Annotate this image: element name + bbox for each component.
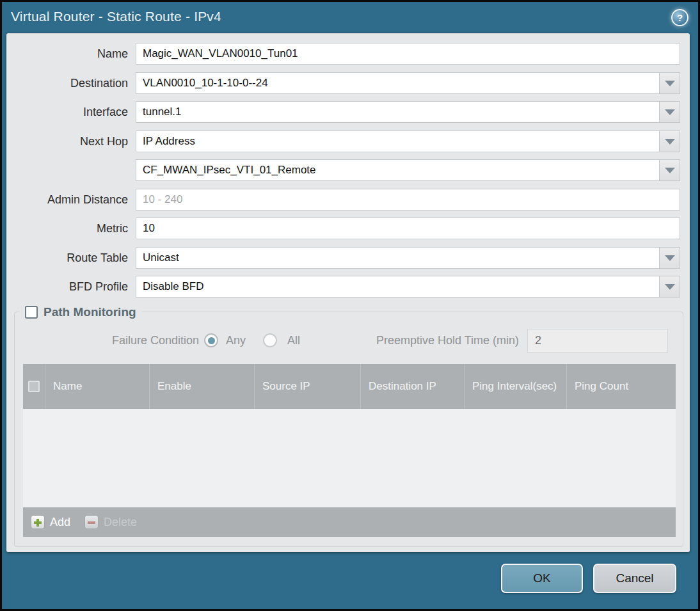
failure-condition-all-radio[interactable] — [263, 333, 277, 347]
select-all-checkbox[interactable] — [28, 381, 40, 392]
name-label: Name — [6, 43, 128, 65]
table-footer-bar: Add Delete — [23, 507, 676, 537]
next-hop-label: Next Hop — [6, 131, 128, 152]
path-monitoring-section: Path Monitoring Failure Condition Any Al… — [14, 312, 683, 547]
ok-button[interactable]: OK — [501, 564, 583, 593]
admin-distance-input[interactable] — [136, 189, 680, 210]
route-table-label: Route Table — [6, 247, 128, 269]
column-header-ping-count[interactable]: Ping Count — [567, 364, 676, 409]
admin-distance-label: Admin Distance — [6, 189, 128, 210]
destination-label: Destination — [6, 72, 128, 94]
interface-label: Interface — [6, 101, 128, 123]
bfd-profile-dropdown-button[interactable] — [660, 276, 680, 298]
form-row-name: Name — [6, 43, 690, 65]
hold-time-input[interactable] — [527, 329, 668, 353]
column-header-enable[interactable]: Enable — [150, 364, 255, 409]
chevron-down-icon — [665, 255, 675, 261]
column-header-name[interactable]: Name — [45, 364, 150, 409]
next-hop-type-input[interactable] — [136, 131, 660, 152]
help-icon[interactable]: ? — [671, 9, 688, 26]
form-row-route-table: Route Table — [6, 247, 690, 269]
column-header-ping-interval[interactable]: Ping Interval(sec) — [465, 364, 567, 409]
form-row-next-hop: Next Hop — [6, 131, 690, 152]
route-table-input[interactable] — [136, 247, 660, 269]
destination-dropdown-button[interactable] — [660, 72, 680, 94]
chevron-down-icon — [665, 81, 675, 86]
metric-input[interactable] — [136, 218, 680, 239]
delete-minus-icon — [84, 515, 99, 529]
form-row-bfd-profile: BFD Profile — [6, 276, 690, 298]
table-body-empty — [23, 409, 676, 507]
form-row-destination: Destination — [6, 72, 690, 94]
column-header-source-ip[interactable]: Source IP — [255, 364, 361, 409]
chevron-down-icon — [665, 168, 675, 173]
path-monitoring-table: Name Enable Source IP Destination IP Pin… — [23, 364, 676, 537]
form-row-metric: Metric — [6, 218, 690, 239]
failure-condition-label: Failure Condition — [15, 329, 199, 353]
select-all-cell — [23, 364, 45, 409]
name-input[interactable] — [136, 43, 680, 65]
failure-condition-all-label: All — [287, 329, 300, 353]
column-header-destination-ip[interactable]: Destination IP — [361, 364, 465, 409]
dialog-title: Virtual Router - Static Route - IPv4 — [11, 9, 221, 24]
table-header-row: Name Enable Source IP Destination IP Pin… — [23, 364, 676, 409]
path-monitoring-title: Path Monitoring — [44, 305, 136, 319]
next-hop-address-input[interactable] — [136, 159, 660, 181]
delete-button-label: Delete — [104, 516, 137, 529]
chevron-down-icon — [665, 139, 675, 145]
next-hop-type-dropdown-button[interactable] — [660, 131, 680, 152]
bfd-profile-input[interactable] — [136, 276, 660, 298]
hold-time-label: Preemptive Hold Time (min) — [365, 329, 519, 353]
metric-label: Metric — [6, 218, 128, 239]
form-row-interface: Interface — [6, 101, 690, 123]
add-plus-icon — [31, 515, 45, 529]
form-row-admin-distance: Admin Distance — [6, 189, 690, 210]
path-monitoring-legend: Path Monitoring — [20, 303, 141, 321]
interface-dropdown-button[interactable] — [660, 101, 680, 123]
static-route-dialog: Virtual Router - Static Route - IPv4 ? N… — [0, 0, 700, 611]
cancel-button[interactable]: Cancel — [593, 564, 676, 593]
bfd-profile-label: BFD Profile — [6, 276, 128, 298]
route-table-dropdown-button[interactable] — [660, 247, 680, 269]
failure-condition-any-label: Any — [226, 329, 246, 353]
chevron-down-icon — [665, 109, 675, 115]
delete-button[interactable]: Delete — [84, 515, 137, 529]
destination-input[interactable] — [136, 72, 660, 94]
interface-input[interactable] — [136, 101, 660, 123]
add-button-label: Add — [50, 516, 70, 529]
form-row-next-hop-address — [6, 159, 690, 181]
chevron-down-icon — [665, 284, 675, 290]
next-hop-address-dropdown-button[interactable] — [660, 159, 680, 181]
add-button[interactable]: Add — [31, 515, 70, 529]
failure-condition-any-radio[interactable] — [204, 333, 218, 347]
path-monitoring-checkbox[interactable] — [25, 306, 38, 319]
dialog-body: Name Destination Interface — [6, 33, 690, 552]
